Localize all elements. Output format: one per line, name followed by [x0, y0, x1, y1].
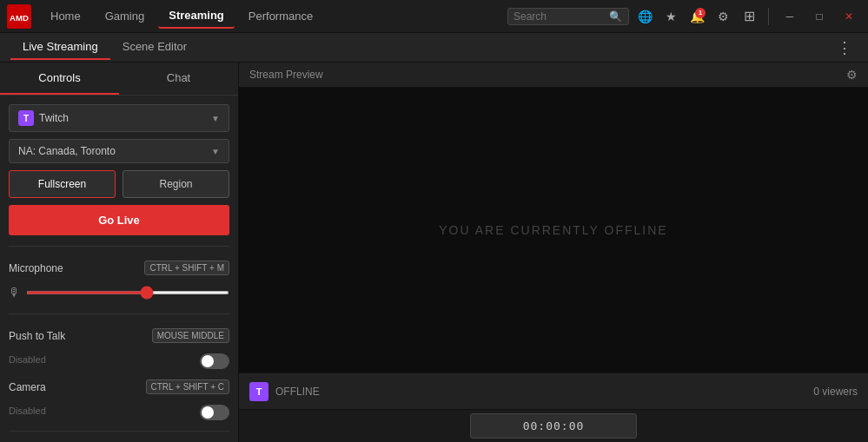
push-to-talk-toggle[interactable]	[200, 353, 229, 369]
search-input[interactable]	[514, 10, 609, 23]
timer-display: 00:00:00	[470, 413, 638, 439]
camera-row: Camera CTRL + SHIFT + C	[9, 379, 229, 394]
camera-shortcut: CTRL + SHIFT + C	[146, 379, 229, 394]
minimize-button[interactable]: ─	[778, 4, 802, 29]
microphone-icon: 🎙	[9, 286, 21, 300]
stream-footer: T OFFLINE 0 viewers	[239, 373, 868, 409]
footer-status: OFFLINE	[275, 386, 320, 398]
go-live-button[interactable]: Go Live	[9, 205, 229, 235]
divider	[768, 8, 769, 25]
panel-tabs: Controls Chat	[0, 63, 238, 96]
push-to-talk-shortcut: MOUSE MIDDLE	[152, 328, 229, 343]
notification-badge: 1	[695, 8, 706, 18]
viewers-count: 0 viewers	[813, 386, 858, 398]
more-options-button[interactable]: ⋮	[832, 38, 858, 57]
titlebar: AMD Home Gaming Streaming Performance 🔍 …	[0, 0, 868, 33]
camera-label: Camera	[9, 381, 46, 393]
platform-value: Twitch	[39, 112, 69, 124]
microphone-slider[interactable]	[26, 291, 229, 294]
star-icon[interactable]: ★	[660, 6, 681, 27]
titlebar-right: 🔍 🌐 ★ 🔔 1 ⚙ ⊞ ─ □ ✕	[507, 4, 861, 29]
platform-row: T Twitch	[18, 110, 69, 126]
dropdown-arrow-platform: ▼	[211, 114, 220, 123]
push-to-talk-toggle-row: Disabled	[9, 353, 229, 369]
microphone-control-row: Microphone CTRL + SHIFT + M	[9, 261, 229, 275]
microphone-shortcut: CTRL + SHIFT + M	[144, 261, 229, 275]
nav-item-gaming[interactable]: Gaming	[95, 4, 156, 28]
subtitlebar: Live Streaming Scene Editor ⋮	[0, 33, 868, 63]
tab-chat[interactable]: Chat	[119, 63, 238, 95]
region-button[interactable]: Region	[123, 170, 229, 198]
stream-preview-header: Stream Preview ⚙	[239, 63, 868, 88]
nav-item-performance[interactable]: Performance	[238, 4, 323, 28]
tab-live-streaming[interactable]: Live Streaming	[10, 35, 110, 60]
microphone-slider-row: 🎙	[9, 286, 229, 300]
stream-preview-label: Stream Preview	[249, 69, 323, 81]
region-dropdown[interactable]: NA: Canada, Toronto ▼	[9, 139, 229, 163]
notification-icon[interactable]: 🔔 1	[686, 6, 707, 27]
nav-item-streaming[interactable]: Streaming	[158, 3, 235, 29]
stream-preview-settings-icon[interactable]: ⚙	[846, 68, 858, 82]
apps-icon[interactable]: ⊞	[739, 6, 759, 27]
nav-menu: Home Gaming Streaming Performance	[40, 3, 507, 29]
footer-left: T OFFLINE	[249, 382, 320, 401]
left-panel: Controls Chat T Twitch ▼ NA: Canada, Tor…	[0, 63, 239, 442]
region-value: NA: Canada, Toronto	[18, 145, 116, 157]
push-to-talk-row: Push to Talk MOUSE MIDDLE	[9, 328, 229, 343]
controls-content: T Twitch ▼ NA: Canada, Toronto ▼ Fullscr…	[0, 96, 238, 442]
divider-3	[9, 431, 229, 432]
platform-dropdown[interactable]: T Twitch ▼	[9, 104, 229, 132]
dropdown-arrow-region: ▼	[211, 147, 220, 156]
view-buttons: Fullscreen Region	[9, 170, 229, 198]
offline-text: YOU ARE CURRENTLY OFFLINE	[439, 223, 667, 237]
nav-item-home[interactable]: Home	[40, 4, 91, 28]
divider-1	[9, 246, 229, 247]
search-box[interactable]: 🔍	[507, 8, 629, 25]
maximize-button[interactable]: □	[807, 4, 832, 29]
microphone-label: Microphone	[9, 262, 63, 274]
twitch-icon: T	[18, 110, 34, 126]
divider-2	[9, 313, 229, 314]
tab-scene-editor[interactable]: Scene Editor	[110, 35, 199, 60]
svg-text:AMD: AMD	[10, 13, 29, 23]
close-button[interactable]: ✕	[837, 4, 861, 29]
camera-toggle-row: Disabled	[9, 405, 229, 420]
settings-icon[interactable]: ⚙	[712, 6, 733, 27]
footer-twitch-icon: T	[249, 382, 268, 401]
main-content: Controls Chat T Twitch ▼ NA: Canada, Tor…	[0, 63, 868, 442]
right-panel: Stream Preview ⚙ YOU ARE CURRENTLY OFFLI…	[239, 63, 868, 442]
globe-icon[interactable]: 🌐	[634, 6, 655, 27]
push-to-talk-label: Push to Talk	[9, 330, 65, 342]
camera-sublabel: Disabled	[9, 406, 46, 416]
subtitlebar-tabs: Live Streaming Scene Editor	[10, 35, 199, 60]
amd-logo-icon[interactable]: AMD	[7, 4, 31, 29]
search-icon: 🔍	[609, 10, 622, 23]
push-to-talk-sublabel: Disabled	[9, 354, 46, 365]
fullscreen-button[interactable]: Fullscreen	[9, 170, 116, 198]
camera-toggle[interactable]	[200, 405, 229, 420]
tab-controls[interactable]: Controls	[0, 63, 119, 95]
stream-preview-area: YOU ARE CURRENTLY OFFLINE	[239, 88, 868, 373]
timer-bar: 00:00:00	[239, 409, 868, 442]
